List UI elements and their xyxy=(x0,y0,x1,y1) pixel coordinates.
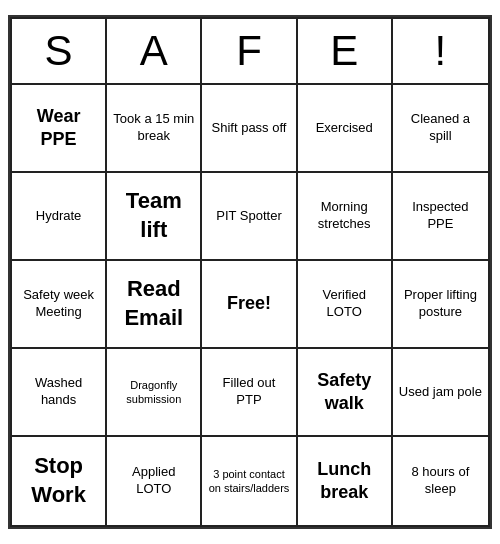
bingo-cell-2[interactable]: Shift pass off xyxy=(202,85,297,173)
cell-text-0: Wear PPE xyxy=(18,105,99,152)
cell-text-7: PIT Spotter xyxy=(216,208,282,225)
bingo-cell-10[interactable]: Safety week Meeting xyxy=(12,261,107,349)
header-letter-F: F xyxy=(202,19,297,83)
cell-text-17: Filled out PTP xyxy=(208,375,289,409)
cell-text-5: Hydrate xyxy=(36,208,82,225)
cell-text-4: Cleaned a spill xyxy=(399,111,482,145)
cell-text-19: Used jam pole xyxy=(399,384,482,401)
cell-text-20: Stop Work xyxy=(18,452,99,509)
bingo-cell-21[interactable]: Applied LOTO xyxy=(107,437,202,525)
bingo-cell-14[interactable]: Proper lifting posture xyxy=(393,261,488,349)
cell-text-6: Team lift xyxy=(113,187,194,244)
header-letter-E: E xyxy=(298,19,393,83)
cell-text-12: Free! xyxy=(227,292,271,315)
bingo-cell-22[interactable]: 3 point contact on stairs/ladders xyxy=(202,437,297,525)
bingo-cell-4[interactable]: Cleaned a spill xyxy=(393,85,488,173)
bingo-cell-8[interactable]: Morning stretches xyxy=(298,173,393,261)
cell-text-24: 8 hours of sleep xyxy=(399,464,482,498)
cell-text-13: Verified LOTO xyxy=(304,287,385,321)
bingo-card: SAFE! Wear PPETook a 15 min breakShift p… xyxy=(8,15,492,529)
cell-text-18: Safety walk xyxy=(304,369,385,416)
bingo-cell-11[interactable]: Read Email xyxy=(107,261,202,349)
bingo-cell-1[interactable]: Took a 15 min break xyxy=(107,85,202,173)
cell-text-23: Lunch break xyxy=(304,458,385,505)
cell-text-8: Morning stretches xyxy=(304,199,385,233)
cell-text-11: Read Email xyxy=(113,275,194,332)
bingo-cell-3[interactable]: Exercised xyxy=(298,85,393,173)
cell-text-22: 3 point contact on stairs/ladders xyxy=(208,467,289,496)
bingo-cell-12[interactable]: Free! xyxy=(202,261,297,349)
bingo-grid: Wear PPETook a 15 min breakShift pass of… xyxy=(12,85,488,525)
cell-text-15: Washed hands xyxy=(18,375,99,409)
cell-text-21: Applied LOTO xyxy=(113,464,194,498)
cell-text-16: Dragonfly submission xyxy=(113,378,194,407)
cell-text-2: Shift pass off xyxy=(212,120,287,137)
header-letter-S: S xyxy=(12,19,107,83)
bingo-cell-5[interactable]: Hydrate xyxy=(12,173,107,261)
header-letter-A: A xyxy=(107,19,202,83)
bingo-cell-6[interactable]: Team lift xyxy=(107,173,202,261)
bingo-cell-0[interactable]: Wear PPE xyxy=(12,85,107,173)
bingo-cell-18[interactable]: Safety walk xyxy=(298,349,393,437)
bingo-cell-20[interactable]: Stop Work xyxy=(12,437,107,525)
header-letter-!: ! xyxy=(393,19,488,83)
bingo-cell-9[interactable]: Inspected PPE xyxy=(393,173,488,261)
bingo-cell-13[interactable]: Verified LOTO xyxy=(298,261,393,349)
cell-text-1: Took a 15 min break xyxy=(113,111,194,145)
bingo-cell-7[interactable]: PIT Spotter xyxy=(202,173,297,261)
bingo-header: SAFE! xyxy=(12,19,488,85)
cell-text-3: Exercised xyxy=(316,120,373,137)
cell-text-9: Inspected PPE xyxy=(399,199,482,233)
bingo-cell-19[interactable]: Used jam pole xyxy=(393,349,488,437)
bingo-cell-16[interactable]: Dragonfly submission xyxy=(107,349,202,437)
bingo-cell-24[interactable]: 8 hours of sleep xyxy=(393,437,488,525)
cell-text-14: Proper lifting posture xyxy=(399,287,482,321)
bingo-cell-23[interactable]: Lunch break xyxy=(298,437,393,525)
bingo-cell-15[interactable]: Washed hands xyxy=(12,349,107,437)
cell-text-10: Safety week Meeting xyxy=(18,287,99,321)
bingo-cell-17[interactable]: Filled out PTP xyxy=(202,349,297,437)
